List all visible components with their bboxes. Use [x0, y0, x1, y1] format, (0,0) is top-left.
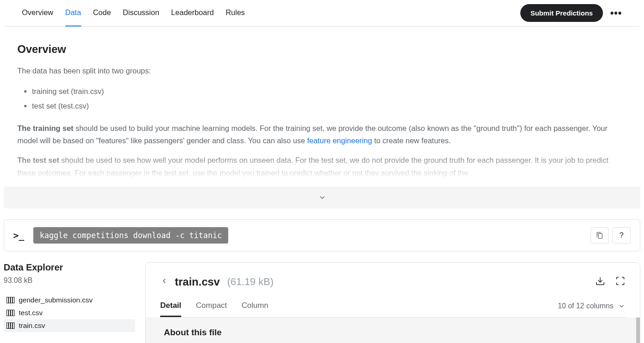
table-icon [6, 297, 15, 303]
fullscreen-icon [615, 276, 625, 286]
download-command-text: kaggle competitions download -c titanic [33, 227, 228, 244]
list-item: test set (test.csv) [32, 99, 627, 113]
dataset-description-section: Overview The data has been split into tw… [0, 26, 644, 179]
file-row-gender-submission[interactable]: gender_submission.csv [4, 294, 135, 307]
about-file-heading: About this file [164, 327, 633, 338]
preview-file-size: (61.19 kB) [227, 276, 274, 288]
data-explorer-title: Data Explorer [4, 262, 135, 273]
expand-description-button[interactable] [4, 187, 640, 208]
preview-tab-compact[interactable]: Compact [196, 301, 227, 317]
submit-predictions-button[interactable]: Submit Predictions [520, 4, 603, 22]
table-icon [6, 322, 15, 329]
columns-selector[interactable]: 10 of 12 columns [558, 302, 625, 316]
terminal-icon: >_ [13, 230, 24, 241]
feature-engineering-link[interactable]: feature engineering [307, 136, 372, 145]
file-name-label: train.csv [19, 322, 45, 330]
command-help-button[interactable]: ? [613, 227, 631, 244]
tab-data[interactable]: Data [65, 0, 81, 26]
back-button[interactable] [160, 277, 168, 287]
training-set-paragraph: The training set should be used to build… [17, 122, 627, 147]
chevron-left-icon [160, 277, 168, 285]
file-row-train[interactable]: train.csv [4, 319, 135, 332]
file-row-test[interactable]: test.csv [4, 307, 135, 319]
tab-leaderboard[interactable]: Leaderboard [171, 0, 214, 26]
download-icon [595, 276, 605, 286]
competition-tab-bar: Overview Data Code Discussion Leaderboar… [4, 0, 640, 26]
copy-command-button[interactable] [591, 227, 609, 244]
preview-tab-column[interactable]: Column [241, 301, 268, 317]
test-set-paragraph: The test set should be used to see how w… [17, 154, 627, 179]
download-file-button[interactable] [595, 276, 605, 288]
more-options-icon[interactable]: ••• [610, 7, 622, 19]
data-explorer-panel: Data Explorer 93.08 kB gender_submission… [4, 262, 135, 343]
overview-heading: Overview [17, 43, 627, 56]
list-item: training set (train.csv) [32, 84, 627, 99]
about-file-section: About this file [146, 317, 640, 343]
table-icon [6, 310, 15, 316]
chevron-down-icon [318, 193, 326, 202]
file-preview-panel: train.csv (61.19 kB) Detail Compact Colu… [145, 262, 640, 343]
data-explorer-total-size: 93.08 kB [4, 276, 135, 285]
download-command-panel: >_ kaggle competitions download -c titan… [4, 219, 640, 251]
tab-overview[interactable]: Overview [22, 0, 53, 26]
tab-code[interactable]: Code [93, 0, 111, 26]
file-name-label: gender_submission.csv [19, 296, 93, 304]
copy-icon [596, 232, 603, 239]
preview-file-name: train.csv [175, 275, 220, 288]
chevron-down-icon [618, 302, 625, 310]
tab-rules[interactable]: Rules [225, 0, 245, 26]
fullscreen-button[interactable] [615, 276, 625, 288]
columns-count-label: 10 of 12 columns [558, 302, 613, 310]
file-name-label: test.csv [19, 309, 43, 317]
preview-tab-detail[interactable]: Detail [160, 301, 181, 317]
tab-discussion[interactable]: Discussion [123, 0, 159, 26]
overview-intro: The data has been split into two groups: [17, 65, 627, 77]
